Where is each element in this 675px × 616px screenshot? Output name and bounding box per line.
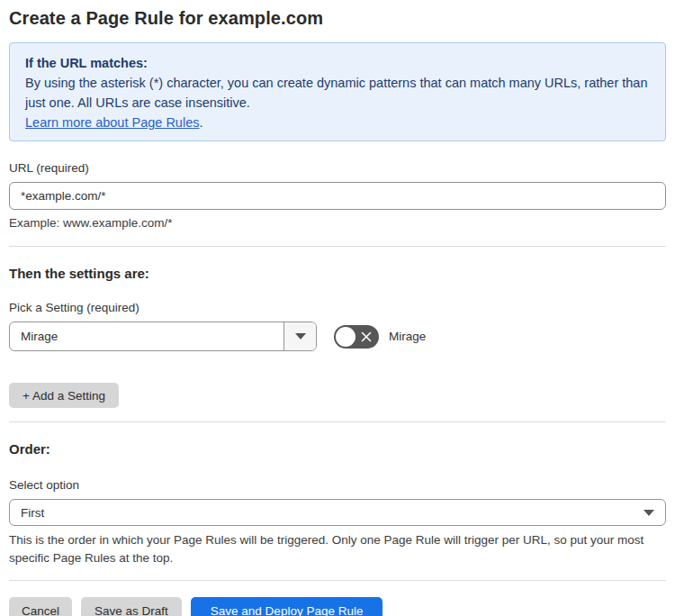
caret-down-icon <box>295 333 306 340</box>
order-select-value: First <box>21 506 644 520</box>
save-deploy-button[interactable]: Save and Deploy Page Rule <box>191 597 383 616</box>
setting-select[interactable]: Mirage <box>9 322 317 351</box>
url-label: URL (required) <box>9 161 666 175</box>
cancel-button[interactable]: Cancel <box>9 597 72 616</box>
info-box-heading: If the URL matches: <box>25 53 650 73</box>
order-help-text: This is the order in which your Page Rul… <box>9 531 662 567</box>
setting-row: Mirage Mirage <box>9 322 666 351</box>
url-input[interactable] <box>9 182 666 210</box>
url-example-hint: Example: www.example.com/* <box>9 216 666 230</box>
url-match-info-box: If the URL matches: By using the asteris… <box>9 42 666 141</box>
order-select[interactable]: First <box>9 499 666 526</box>
save-draft-button[interactable]: Save as Draft <box>81 597 182 616</box>
x-icon <box>359 330 374 344</box>
order-heading: Order: <box>9 441 666 457</box>
page-title: Create a Page Rule for example.com <box>9 7 666 29</box>
order-select-label: Select option <box>9 478 666 492</box>
info-box-body: By using the asterisk (*) character, you… <box>25 73 650 113</box>
caret-down-icon <box>644 510 654 516</box>
divider <box>9 246 666 247</box>
divider <box>9 580 666 581</box>
link-suffix: . <box>199 115 202 130</box>
setting-select-value: Mirage <box>10 322 284 350</box>
add-setting-button[interactable]: + Add a Setting <box>9 383 119 408</box>
info-box-link-line: Learn more about Page Rules. <box>25 113 650 132</box>
toggle-knob <box>336 327 356 347</box>
divider <box>9 421 666 422</box>
page-rule-form: Create a Page Rule for example.com If th… <box>0 7 675 616</box>
setting-picker-label: Pick a Setting (required) <box>9 301 666 314</box>
setting-select-arrow-button[interactable] <box>284 322 316 350</box>
settings-heading: Then the settings are: <box>9 266 666 281</box>
learn-more-link[interactable]: Learn more about Page Rules <box>25 115 199 130</box>
mirage-toggle[interactable] <box>334 325 379 349</box>
action-buttons: Cancel Save as Draft Save and Deploy Pag… <box>9 597 666 616</box>
toggle-setting-label: Mirage <box>389 330 426 343</box>
